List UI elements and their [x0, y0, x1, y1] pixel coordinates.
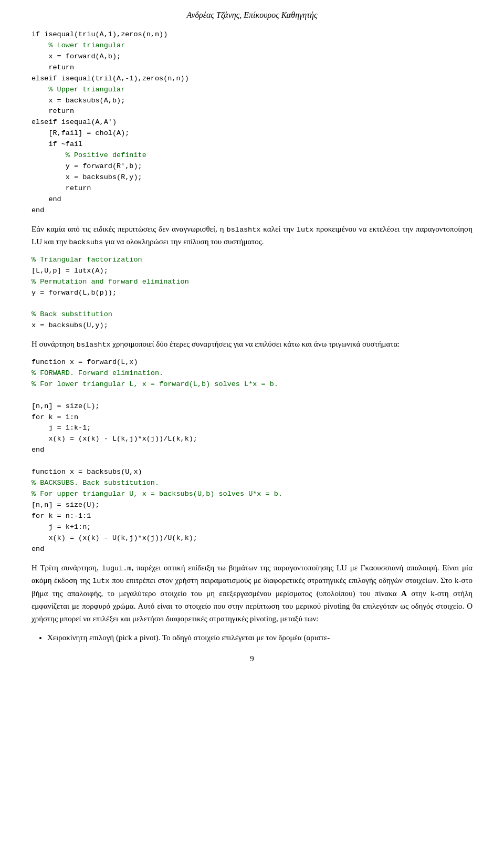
code-line: end — [32, 545, 44, 553]
code-line: if ~fail — [32, 140, 82, 148]
inline-code: lutx — [297, 226, 313, 234]
inline-code: backsubs — [69, 238, 103, 246]
code-comment: % Lower triangular — [32, 41, 125, 49]
list-item: Χειροκίνητη επιλογή (pick a pivot). Το ο… — [47, 631, 472, 644]
inline-code-lugui: lugui.m — [102, 565, 132, 572]
code-comment: % BACKSUBS. Back substitution. — [32, 479, 159, 487]
bullet-list: Χειροκίνητη επιλογή (pick a pivot). Το ο… — [47, 631, 472, 644]
inline-code: bslashtx — [77, 341, 111, 349]
prose-1: Εάν καμία από τις ειδικές περιπτώσεις δε… — [32, 223, 472, 248]
code-line: end — [32, 206, 44, 214]
code-line: x = backsubs(A,b); — [32, 97, 125, 105]
prose-3: Η Τρίτη συνάρτηση, lugui.m, παρέχει οπτι… — [32, 561, 472, 625]
code-line: end — [32, 195, 61, 203]
page-header: Ανδρέας Τζάνης, Επίκουρος Καθηγητής — [32, 11, 472, 20]
header-title: Ανδρέας Τζάνης, Επίκουρος Καθηγητής — [187, 11, 318, 19]
code-block-3: function x = forward(L,x) % FORWARD. For… — [32, 357, 472, 555]
code-line: j = k+1:n; — [32, 523, 91, 531]
inline-code-lutx: lutx — [92, 577, 109, 585]
code-line: x = backsubs(U,y); — [32, 321, 108, 329]
code-line: return — [32, 107, 74, 115]
code-line: y = forward(L,b(p)); — [32, 289, 117, 297]
code-line: if isequal(triu(A,1),zeros(n,n)) — [32, 30, 167, 38]
code-line: x(k) = (x(k) - U(k,j)*x(j))/U(k,k); — [32, 534, 197, 542]
code-comment: % For upper triangular U, x = backsubs(U… — [32, 490, 282, 498]
code-comment: % Triangular factorization — [32, 256, 142, 264]
code-comment: % FORWARD. Forward elimination. — [32, 369, 163, 377]
code-comment: % Permutation and forward elimination — [32, 278, 189, 286]
code-line: return — [32, 64, 74, 71]
code-line: j = 1:k-1; — [32, 424, 91, 432]
code-line: function x = backsubs(U,x) — [32, 468, 142, 476]
inline-code: bslashtx — [227, 226, 261, 234]
code-line: for k = n:-1:1 — [32, 512, 91, 520]
code-line: [L,U,p] = lutx(A); — [32, 267, 108, 275]
code-line: x = backsubs(R,y); — [32, 173, 142, 181]
code-line: for k = 1:n — [32, 413, 78, 421]
code-comment: % Upper triangular — [32, 86, 125, 93]
code-line: x = forward(A,b); — [32, 53, 121, 60]
code-block-2: % Triangular factorization [L,U,p] = lut… — [32, 255, 472, 331]
page-number: 9 — [32, 654, 472, 663]
code-line: [n,n] = size(L); — [32, 402, 100, 410]
code-line: [R,fail] = chol(A); — [32, 129, 129, 137]
code-line: x(k) = (x(k) - L(k,j)*x(j))/L(k,k); — [32, 435, 197, 443]
prose-2: Η συνάρτηση bslashtx χρησιμοποιεί δύο έτ… — [32, 338, 472, 351]
code-block-1: if isequal(triu(A,1),zeros(n,n)) % Lower… — [32, 29, 472, 216]
code-line: [n,n] = size(U); — [32, 501, 100, 509]
code-comment: % Positive definite — [32, 151, 146, 159]
code-line: function x = forward(L,x) — [32, 358, 138, 366]
code-line: end — [32, 446, 44, 454]
code-line: y = forward(R',b); — [32, 162, 142, 170]
code-line: elseif isequal(A,A') — [32, 118, 117, 126]
code-comment: % Back substitution — [32, 310, 112, 318]
code-line: return — [32, 184, 91, 192]
code-line: elseif isequal(tril(A,-1),zeros(n,n)) — [32, 75, 189, 82]
code-comment: % For lower triangular L, x = forward(L,… — [32, 380, 278, 388]
